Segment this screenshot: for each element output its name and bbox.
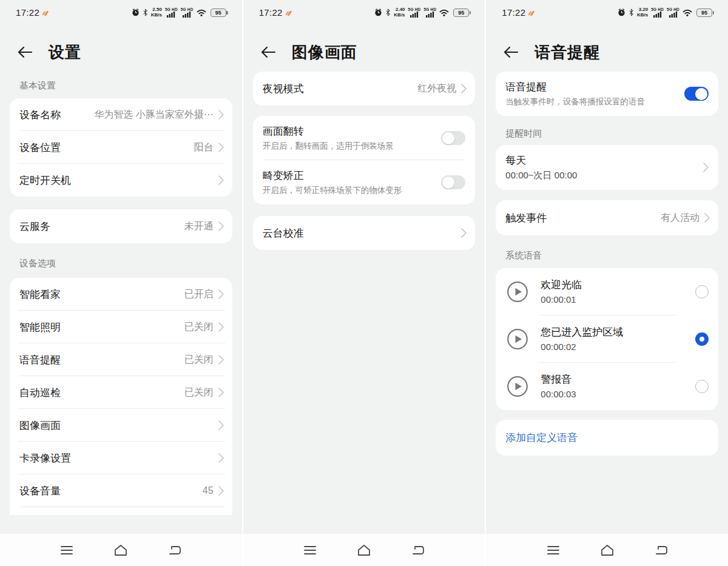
chevron-right-icon xyxy=(218,143,224,152)
hd-voice-icon xyxy=(42,10,48,16)
voice-item-alarm[interactable]: 警报音 00:00:03 xyxy=(496,363,718,410)
signal-sim2-icon: 5G HD xyxy=(181,7,194,18)
bluetooth-icon xyxy=(629,8,634,16)
status-bar: 17:22 3.20KB/s 5G HD 5G HD xyxy=(486,0,728,24)
panel-settings: 17:22 2.50KB/s 5G HD 5G HD xyxy=(0,0,242,566)
chevron-right-icon xyxy=(218,221,224,231)
status-bar: 17:22 2.40KB/s 5G HD 5G HD xyxy=(243,0,485,24)
back-arrow-icon[interactable] xyxy=(503,45,519,59)
chevron-right-icon xyxy=(461,228,467,238)
voice-item-monitor-area[interactable]: 您已进入监护区域 00:00:02 xyxy=(496,315,718,363)
hd-voice-icon xyxy=(528,10,534,16)
row-ptz-calibration[interactable]: 云台校准 xyxy=(253,216,476,250)
network-speed: 2.50KB/s xyxy=(151,7,162,18)
row-cloud-service[interactable]: 云服务 未开通 xyxy=(10,209,232,243)
basic-settings-card: 设备名称 华为智选 小豚当家室外摄⋯ 设备位置 阳台 定时开关机 xyxy=(10,98,232,197)
voice-item-welcome[interactable]: 欢迎光临 00:00:01 xyxy=(496,268,718,315)
signal-sim1-icon: 5G HD xyxy=(165,7,178,18)
back-nav-icon[interactable] xyxy=(653,544,669,557)
signal-sim2-icon: 5G HD xyxy=(667,7,679,18)
back-nav-icon[interactable] xyxy=(167,544,183,557)
radio-button-selected[interactable] xyxy=(695,332,709,346)
wifi-icon xyxy=(439,9,449,16)
row-device-volume[interactable]: 设备音量 45 xyxy=(10,474,232,507)
flip-toggle-switch[interactable] xyxy=(441,131,465,145)
panel-voice-reminder: 17:22 3.20KB/s 5G HD 5G HD xyxy=(486,0,728,566)
row-device-name[interactable]: 设备名称 华为智选 小豚当家室外摄⋯ xyxy=(10,98,232,131)
menu-nav-icon[interactable] xyxy=(302,544,318,557)
bluetooth-icon xyxy=(385,8,391,16)
device-options-card: 智能看家 已开启 智能照明 已关闭 语音提醒 已关闭 自动巡检 已关闭 图像画面 xyxy=(10,278,232,515)
screenshot-grid: 17:22 2.50KB/s 5G HD 5G HD xyxy=(0,0,728,566)
battery-indicator: 95 xyxy=(211,8,226,17)
status-time: 17:22 xyxy=(259,7,283,18)
chevron-right-icon xyxy=(218,355,224,365)
row-timer-switch[interactable]: 定时开关机 xyxy=(10,164,232,197)
add-custom-voice-link[interactable]: 添加自定义语音 xyxy=(505,432,578,443)
play-icon[interactable] xyxy=(507,376,528,397)
alarm-icon xyxy=(374,8,382,16)
hd-voice-icon xyxy=(286,10,291,16)
network-speed: 2.40KB/s xyxy=(394,7,405,18)
page-title: 设置 xyxy=(49,42,81,63)
page-header: 语音提醒 xyxy=(486,24,728,72)
row-screen-flip[interactable]: 画面翻转 开启后，翻转画面，适用于倒装场景 xyxy=(253,116,476,160)
status-time: 17:22 xyxy=(16,7,39,18)
row-smart-lighting[interactable]: 智能照明 已关闭 xyxy=(10,311,232,343)
nav-bar xyxy=(0,534,242,566)
radio-button[interactable] xyxy=(695,285,709,298)
row-card-recording[interactable]: 卡录像设置 xyxy=(10,442,232,474)
voice-toggle-switch[interactable] xyxy=(684,87,709,101)
chevron-right-icon xyxy=(703,163,709,172)
system-voice-card: 欢迎光临 00:00:01 您已进入监护区域 00:00:02 警报音 00:0… xyxy=(496,268,718,410)
menu-nav-icon[interactable] xyxy=(545,544,561,557)
section-reminder-time: 提醒时间 xyxy=(505,128,709,139)
page-title: 图像画面 xyxy=(292,42,357,63)
back-nav-icon[interactable] xyxy=(410,544,426,557)
chevron-right-icon xyxy=(218,175,224,185)
chevron-right-icon xyxy=(704,213,710,223)
row-voice-reminder-toggle[interactable]: 语音提醒 当触发事件时，设备将播报设置的语音 xyxy=(496,72,718,116)
back-arrow-icon[interactable] xyxy=(260,45,276,59)
distortion-toggle-switch[interactable] xyxy=(441,175,465,189)
page-header: 设置 xyxy=(0,24,242,72)
section-system-voice: 系统语音 xyxy=(505,250,709,261)
signal-sim1-icon: 5G HD xyxy=(408,7,421,18)
menu-nav-icon[interactable] xyxy=(59,544,75,557)
status-bar: 17:22 2.50KB/s 5G HD 5G HD xyxy=(0,0,242,24)
radio-button[interactable] xyxy=(695,380,709,393)
chevron-right-icon xyxy=(218,453,224,463)
wifi-icon xyxy=(197,9,206,16)
row-smart-guard[interactable]: 智能看家 已开启 xyxy=(10,278,232,311)
battery-indicator: 95 xyxy=(696,8,712,17)
back-arrow-icon[interactable] xyxy=(17,45,33,59)
row-reminder-time[interactable]: 每天 00:00~次日 00:00 xyxy=(496,145,718,190)
row-trigger-event[interactable]: 触发事件 有人活动 xyxy=(496,200,718,235)
chevron-right-icon xyxy=(218,110,224,120)
cloud-service-card: 云服务 未开通 xyxy=(10,209,232,243)
panel-image-screen: 17:22 2.40KB/s 5G HD 5G HD xyxy=(243,0,485,566)
bluetooth-icon xyxy=(143,8,148,16)
row-auto-patrol[interactable]: 自动巡检 已关闭 xyxy=(10,376,232,409)
row-image-screen[interactable]: 图像画面 xyxy=(10,409,232,442)
row-voice-reminder[interactable]: 语音提醒 已关闭 xyxy=(10,343,232,376)
signal-sim1-icon: 5G HD xyxy=(651,7,664,18)
play-icon[interactable] xyxy=(507,281,528,303)
add-custom-voice-card: 添加自定义语音 xyxy=(496,420,718,456)
alarm-icon xyxy=(618,8,625,16)
voice-reminder-card: 语音提醒 当触发事件时，设备将播报设置的语音 xyxy=(496,72,718,116)
chevron-right-icon xyxy=(218,289,224,299)
play-icon[interactable] xyxy=(507,328,528,350)
wifi-icon xyxy=(682,9,692,16)
trigger-event-card: 触发事件 有人活动 xyxy=(496,200,718,235)
home-nav-icon[interactable] xyxy=(599,544,615,557)
row-distortion-correction[interactable]: 畸变矫正 开启后，可矫正特殊场景下的物体变形 xyxy=(253,160,476,204)
chevron-right-icon xyxy=(218,322,224,332)
row-device-location[interactable]: 设备位置 阳台 xyxy=(10,131,232,164)
home-nav-icon[interactable] xyxy=(113,544,129,557)
reminder-time-card: 每天 00:00~次日 00:00 xyxy=(496,145,718,190)
page-header: 图像画面 xyxy=(243,24,485,72)
row-night-vision[interactable]: 夜视模式 红外夜视 xyxy=(253,72,476,106)
home-nav-icon[interactable] xyxy=(356,544,372,557)
nav-bar xyxy=(486,534,728,566)
